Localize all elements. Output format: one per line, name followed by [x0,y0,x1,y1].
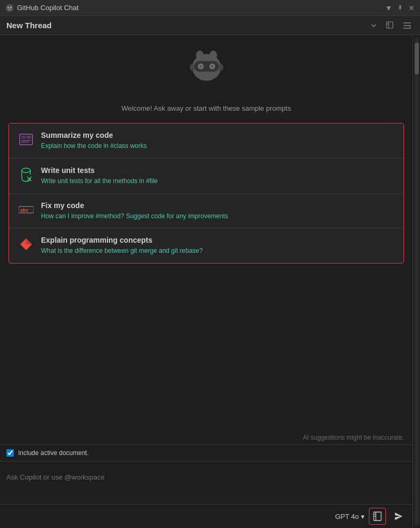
title-bar: GitHub Copilot Chat ▼ 🖈 ✕ [0,0,420,16]
prompt-card-summarize[interactable]: Summarize my code Explain how the code i… [9,123,403,159]
svg-point-15 [199,65,202,68]
svg-rect-3 [9,9,11,10]
copilot-avatar-icon [183,46,230,94]
summarize-icon [19,132,34,147]
close-icon[interactable]: ✕ [408,4,415,12]
prompt-cards: Summarize my code Explain how the code i… [9,123,404,263]
menu-icon [403,22,411,29]
title-bar-title: GitHub Copilot Chat [17,4,79,12]
chat-scroll: Welcome! Ask away or start with these sa… [0,35,413,431]
include-doc-label: Include active document. [18,449,89,457]
fix-code-title: Fix my code [41,201,228,210]
explain-title: Explain programming concepts [41,236,203,244]
prompt-card-unit-tests[interactable]: Write unit tests Write unit tests for al… [9,159,403,194]
title-bar-left: GitHub Copilot Chat [5,4,79,12]
include-doc-row: Include active document. [0,445,413,461]
prompt-card-fix-code[interactable]: abc Fix my code How can I improve #metho… [9,194,403,229]
header-actions [368,20,414,31]
new-chat-btn[interactable] [384,20,397,31]
svg-point-21 [196,51,203,60]
svg-point-22 [209,51,217,60]
svg-rect-17 [201,77,204,80]
input-area: Include active document. GPT 4o ▾ [0,444,413,528]
prompt-card-explain[interactable]: Explain programming concepts What is the… [9,228,403,263]
welcome-text: Welcome! Ask away or start with these sa… [121,104,291,112]
svg-rect-12 [194,61,219,72]
menu-btn[interactable] [401,21,414,30]
prompt-card-text-unit-tests: Write unit tests Write unit tests for al… [41,166,158,186]
fix-icon: abc [19,202,34,217]
prompt-card-text-fix-code: Fix my code How can I improve #method? S… [41,201,228,221]
header-dropdown-btn[interactable] [368,21,380,30]
ai-disclaimer: AI suggestions might be inaccurate. [0,431,413,444]
svg-rect-24 [21,136,26,139]
svg-point-0 [6,4,13,12]
header-bar: New Thread [0,16,420,35]
model-selector-btn[interactable]: GPT 4o ▾ [335,513,365,521]
unit-tests-title: Write unit tests [41,166,158,175]
svg-point-2 [10,6,12,8]
main-content: Welcome! Ask away or start with these sa… [0,35,420,528]
summarize-desc: Explain how the code in #class works [41,142,147,151]
copilot-small-icon [5,4,14,12]
book-icon [373,512,382,521]
svg-point-16 [211,65,213,68]
svg-point-20 [218,64,223,71]
fix-code-desc: How can I improve #method? Suggest code … [41,212,228,221]
title-bar-right: ▼ 🖈 ✕ [385,4,415,12]
svg-point-29 [22,168,30,172]
pin-icon[interactable]: 🖈 [397,4,404,12]
test-icon [19,167,34,182]
chat-input[interactable] [0,467,413,499]
header-title: New Thread [6,21,52,30]
model-dropdown-icon: ▾ [361,513,365,521]
scrollbar-track [415,37,419,526]
copilot-logo [183,46,230,94]
dropdown-arrow-icon [370,22,377,29]
explain-desc: What is the difference between git merge… [41,246,203,255]
summarize-title: Summarize my code [41,131,147,139]
include-doc-checkbox[interactable] [6,449,14,457]
scrollbar-thumb[interactable] [415,43,419,75]
svg-point-1 [7,6,9,8]
prompt-card-text-explain: Explain programming concepts What is the… [41,236,203,255]
send-icon [394,512,403,521]
input-row [0,461,413,504]
unit-tests-desc: Write unit tests for all the methods in … [41,177,158,186]
prompt-card-text-summarize: Summarize my code Explain how the code i… [41,131,147,151]
chat-area: Welcome! Ask away or start with these sa… [0,35,413,528]
new-chat-icon [386,21,394,30]
svg-point-19 [190,64,194,71]
explain-icon [19,237,34,252]
svg-rect-4 [386,22,393,28]
svg-marker-43 [395,513,402,520]
svg-rect-23 [20,134,32,145]
model-label: GPT 4o [335,513,359,521]
dropdown-icon[interactable]: ▼ [385,4,392,12]
book-btn[interactable] [369,508,386,525]
side-scrollbar [413,35,420,528]
send-btn[interactable] [390,508,407,525]
input-bottom-bar: GPT 4o ▾ [0,504,413,528]
svg-marker-38 [26,238,32,244]
svg-rect-18 [208,77,212,80]
svg-text:abc: abc [20,207,29,212]
